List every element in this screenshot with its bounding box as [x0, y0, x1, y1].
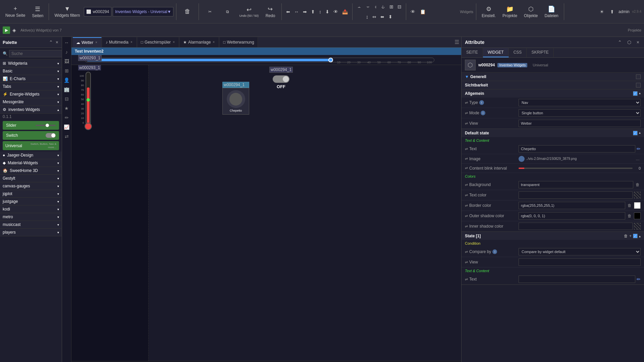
text-link-icon[interactable]: ⇌ [465, 147, 468, 151]
type-select[interactable]: Nav [519, 99, 641, 106]
generell-section-header[interactable]: ▼ Generell [462, 73, 644, 81]
palette-section-justgage[interactable]: justgage ▾ [0, 198, 62, 205]
palette-section-messgeraete[interactable]: Messgeräte ▾ [0, 98, 62, 106]
list-item-switch[interactable]: Switch [3, 131, 59, 140]
text-input[interactable] [519, 145, 635, 153]
text-state1-link-icon[interactable]: ⇌ [465, 277, 468, 282]
mode-info-icon[interactable]: i [481, 111, 485, 115]
type-info-icon[interactable]: i [479, 100, 484, 105]
palette-section-inventwo[interactable]: ⚙ inventwo Widgets ▴ [0, 106, 62, 114]
text-state1-input[interactable] [519, 276, 635, 283]
align-right-button[interactable]: ➡ [301, 7, 309, 16]
outer-shadow-swatch[interactable] [634, 213, 641, 219]
blink-slider[interactable] [519, 168, 633, 169]
update-button[interactable]: ⬆ [608, 7, 616, 16]
geschirr-tab-close-button[interactable]: × [172, 40, 175, 44]
type-link-icon[interactable]: ⇌ [465, 101, 468, 105]
sichtbarkeit-checkbox[interactable] [636, 83, 641, 87]
state1-delete-button[interactable]: 🗑 [624, 234, 628, 238]
puzzle-button[interactable]: ⊞ [62, 66, 71, 75]
play-button[interactable]: ▶ [3, 26, 10, 34]
widgets-filter-button[interactable]: ▼ Widgets filtern [52, 4, 83, 19]
outer-shadow-delete-button[interactable]: 🗑 [627, 213, 633, 219]
text-color-swatch[interactable] [634, 192, 641, 198]
share-button[interactable]: 📋 [418, 7, 427, 16]
grid-button[interactable]: ⊟ [62, 95, 71, 103]
view-button[interactable]: 👁 [409, 7, 417, 16]
palette-section-players[interactable]: players ▾ [0, 229, 62, 236]
tab-wetter[interactable]: ☁ Wetter × [73, 37, 102, 47]
pencil-button[interactable]: ✏ [62, 113, 71, 122]
blink-link-icon[interactable]: ⇌ [465, 166, 468, 170]
compare-by-info-icon[interactable]: i [492, 249, 497, 254]
format-btn10[interactable]: ⬍ [387, 12, 394, 21]
format-btn9[interactable]: ⬌ [379, 12, 386, 21]
border-color-link-icon[interactable]: ⇌ [465, 203, 468, 208]
palette-section-jaeger[interactable]: ● Jaeger-Design ▾ [0, 152, 62, 159]
theme-toggle-button[interactable]: ☀ [598, 7, 606, 16]
palette-section-basic[interactable]: Basic ▾ [0, 67, 62, 75]
format-btn2[interactable]: ⫟ [364, 2, 372, 11]
tab-widget[interactable]: WIDGET [483, 48, 509, 57]
inner-shadow-link-icon[interactable]: ⇌ [465, 224, 468, 229]
bg-link-icon[interactable]: ⇌ [465, 183, 468, 187]
format-btn1[interactable]: ⫠ [355, 2, 363, 11]
text-color-link-icon[interactable]: ⇌ [465, 193, 468, 197]
format-btn3[interactable]: ⫞ [373, 2, 378, 11]
compare-by-link-icon[interactable]: ⇌ [465, 250, 468, 254]
preview-button[interactable]: 👁 [332, 7, 340, 16]
palette-section-widgeteria[interactable]: ⊞ Widgeteria ▾ [0, 60, 62, 67]
thermometer-widget-container[interactable]: w000293_1 100 90 80 70 60 50 40 [78, 65, 101, 131]
multimedia-tab-close-button[interactable]: × [130, 40, 133, 44]
align-top-button[interactable]: ⬆ [309, 7, 317, 16]
format-btn5[interactable]: ⊞ [388, 2, 395, 11]
palette-section-sweethome[interactable]: 🏠 SweetHome 3D ▾ [0, 167, 62, 175]
chart-button[interactable]: 📈 [62, 123, 71, 131]
image-button[interactable]: 🖼 [62, 57, 71, 66]
sichtbarkeit-section-header[interactable]: Sichtbarkeit [462, 81, 644, 89]
arrows-button[interactable]: ⇄ [62, 132, 71, 141]
delete-button[interactable]: 🗑 [179, 7, 196, 16]
border-color-swatch[interactable] [634, 202, 641, 209]
align-left-button[interactable]: ⬅ [284, 7, 292, 16]
cut-button[interactable]: ✂ [202, 8, 218, 15]
palette-section-tabs[interactable]: Tabs ▾ [0, 83, 62, 90]
panel-collapse-button[interactable]: ⌃ [616, 39, 623, 46]
bg-delete-button[interactable]: 🗑 [635, 182, 641, 187]
align-center-button[interactable]: ↔ [292, 7, 301, 16]
widget-dropdown[interactable]: Inventwo Widgets - Universal ▼ [113, 7, 173, 16]
format-btn4[interactable]: ⫝ [379, 2, 387, 11]
generell-checkbox[interactable] [636, 74, 641, 79]
view-allgemein-link-icon[interactable]: ⇌ [465, 121, 468, 126]
align-bottom-button[interactable]: ⬇ [324, 7, 331, 16]
palette-section-jqplot[interactable]: jqplot ▾ [0, 190, 62, 198]
mode-select[interactable]: Single button [519, 109, 641, 117]
tabs-menu-button[interactable]: ☰ [454, 39, 460, 45]
inner-shadow-input[interactable] [519, 223, 633, 230]
panel-close-button[interactable]: × [635, 39, 641, 46]
format-btn8[interactable]: ⇔ [371, 12, 378, 21]
undo-button[interactable]: ↩ Undo (50 / 50) [236, 5, 261, 19]
tab-skripte[interactable]: SKRIPTE [527, 48, 553, 57]
person-button[interactable]: 👤 [62, 76, 71, 84]
format-btn6[interactable]: ⊟ [396, 2, 403, 11]
palette-collapse-button[interactable]: ⌃ [48, 39, 54, 46]
palette-section-canvas-gauges[interactable]: canvas-gauges ▾ [0, 182, 62, 190]
outer-shadow-input[interactable] [519, 212, 625, 220]
palette-section-energie[interactable]: ⚡ Energie-Widgets ▾ [0, 90, 62, 98]
inner-shadow-swatch[interactable] [634, 223, 641, 230]
nav-widget-container[interactable]: w000294_1 Chepetto [222, 82, 249, 115]
text-state1-edit-icon[interactable]: ✏ [637, 277, 641, 282]
canvas-navigate-button[interactable]: ↔ [62, 38, 71, 47]
tab-wetterwarnung[interactable]: □ Wetterwarnung [220, 37, 258, 47]
compare-by-select[interactable]: Compare by widget default [519, 248, 641, 255]
alarm-tab-close-button[interactable]: × [212, 40, 215, 44]
palette-close-button[interactable]: × [55, 39, 59, 46]
new-page-button[interactable]: + Neue Seite [3, 4, 28, 19]
image-more-button[interactable]: … [635, 156, 641, 162]
state1-add-button[interactable]: + [629, 234, 632, 238]
objects-button[interactable]: ⬡ Objekte [521, 4, 540, 19]
outer-shadow-link-icon[interactable]: ⇌ [465, 214, 468, 218]
panel-float-button[interactable]: ⬡ [626, 39, 633, 46]
off-widget-container[interactable]: w000294_1 OFF [269, 67, 293, 91]
